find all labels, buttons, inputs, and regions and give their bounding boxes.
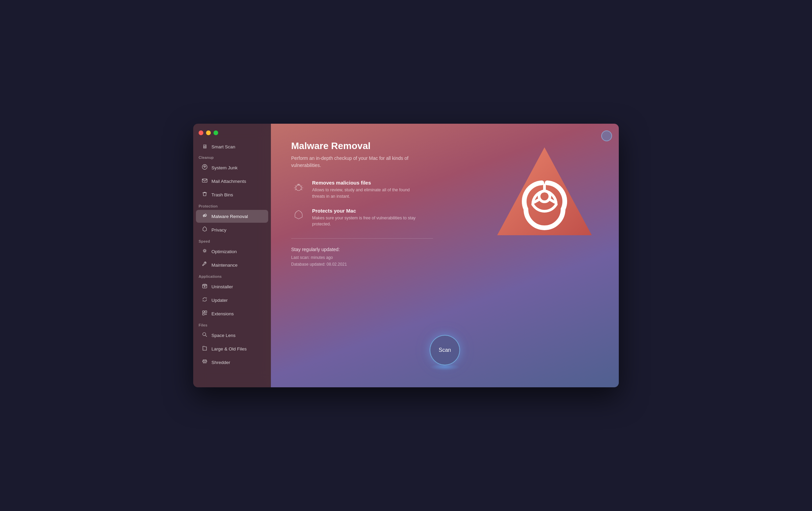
shredder-label: Shredder	[211, 360, 230, 365]
svg-rect-2	[202, 179, 207, 182]
database-updated: Database updated: 08.02.2021	[291, 261, 599, 268]
maintenance-icon	[201, 261, 208, 269]
feature-text-malicious: Removes malicious files Allows to review…	[312, 180, 420, 200]
large-files-icon	[201, 345, 208, 352]
privacy-label: Privacy	[211, 227, 226, 233]
feature-text-protects: Protects your Mac Makes sure your system…	[312, 208, 420, 228]
uninstaller-label: Uninstaller	[211, 284, 233, 289]
svg-point-1	[204, 167, 205, 168]
scan-button-wrapper: Scan	[430, 335, 460, 370]
smart-scan-icon: 🖥	[201, 144, 208, 150]
svg-rect-7	[205, 311, 207, 313]
space-lens-label: Space Lens	[211, 333, 235, 338]
uninstaller-icon	[201, 283, 208, 290]
extensions-icon	[201, 310, 208, 317]
minimize-button[interactable]	[206, 130, 211, 135]
page-subtitle: Perform an in-depth checkup of your Mac …	[291, 155, 420, 169]
sidebar: 🖥 Smart Scan Cleanup System Junk	[193, 124, 271, 387]
svg-point-9	[203, 333, 206, 336]
section-label-applications: Applications	[193, 272, 271, 280]
biohazard-illustration	[490, 141, 599, 249]
system-junk-label: System Junk	[211, 165, 237, 170]
updater-label: Updater	[211, 298, 228, 303]
svg-rect-6	[203, 311, 204, 313]
trash-icon	[201, 191, 208, 198]
feature-title-malicious: Removes malicious files	[312, 180, 420, 186]
scan-button[interactable]: Scan	[430, 335, 460, 365]
sidebar-item-extensions[interactable]: Extensions	[196, 307, 268, 320]
biohazard-icon	[201, 213, 208, 220]
close-button[interactable]	[199, 130, 203, 135]
sidebar-item-shredder[interactable]: Shredder	[196, 356, 268, 369]
smart-scan-label: Smart Scan	[211, 144, 235, 149]
sidebar-item-trash-bins[interactable]: Trash Bins	[196, 188, 268, 201]
sidebar-item-smart-scan[interactable]: 🖥 Smart Scan	[196, 141, 268, 152]
sidebar-item-mail-attachments[interactable]: Mail Attachments	[196, 175, 268, 188]
updater-icon	[201, 296, 208, 304]
section-label-speed: Speed	[193, 237, 271, 245]
section-label-cleanup: Cleanup	[193, 153, 271, 161]
sidebar-item-privacy[interactable]: Privacy	[196, 223, 268, 236]
sidebar-item-uninstaller[interactable]: Uninstaller	[196, 280, 268, 293]
feature-desc-protects: Makes sure your system is free of vulner…	[312, 215, 420, 228]
shredder-icon	[201, 359, 208, 366]
main-content: Malware Removal Perform an in-depth chec…	[271, 124, 619, 387]
mail-attachments-label: Mail Attachments	[211, 179, 246, 184]
maintenance-label: Maintenance	[211, 263, 237, 268]
svg-rect-8	[203, 313, 204, 315]
optimization-label: Optimization	[211, 249, 237, 254]
sidebar-item-updater[interactable]: Updater	[196, 294, 268, 307]
feature-title-protects: Protects your Mac	[312, 208, 420, 214]
mail-icon	[201, 177, 208, 185]
large-old-files-label: Large & Old Files	[211, 346, 247, 351]
svg-point-3	[204, 215, 205, 216]
svg-rect-10	[203, 361, 207, 362]
system-junk-icon	[201, 164, 208, 171]
malware-removal-label: Malware Removal	[211, 214, 248, 219]
trash-bins-label: Trash Bins	[211, 192, 233, 197]
avatar[interactable]	[601, 130, 612, 141]
privacy-icon	[201, 226, 208, 234]
sidebar-item-malware-removal[interactable]: Malware Removal	[196, 210, 268, 223]
divider	[291, 238, 433, 239]
last-scan: Last scan: minutes ago	[291, 254, 599, 261]
app-window: 🖥 Smart Scan Cleanup System Junk	[193, 124, 619, 387]
sidebar-item-system-junk[interactable]: System Junk	[196, 161, 268, 174]
space-lens-icon	[201, 332, 208, 339]
section-label-protection: Protection	[193, 201, 271, 210]
sidebar-item-space-lens[interactable]: Space Lens	[196, 329, 268, 342]
optimization-icon	[201, 248, 208, 255]
feature-desc-malicious: Allows to review, study and eliminate al…	[312, 187, 420, 200]
sidebar-item-maintenance[interactable]: Maintenance	[196, 259, 268, 271]
svg-point-0	[202, 165, 207, 169]
update-section: Stay regularly updated: Last scan: minut…	[291, 247, 599, 268]
maximize-button[interactable]	[213, 130, 218, 135]
svg-point-4	[204, 250, 205, 251]
bug-icon	[291, 180, 306, 195]
sidebar-item-large-old-files[interactable]: Large & Old Files	[196, 342, 268, 355]
extensions-label: Extensions	[211, 311, 234, 316]
svg-point-11	[296, 185, 301, 191]
sidebar-item-optimization[interactable]: Optimization	[196, 245, 268, 258]
shield-icon	[291, 208, 306, 223]
window-controls	[193, 130, 271, 141]
section-label-files: Files	[193, 320, 271, 328]
